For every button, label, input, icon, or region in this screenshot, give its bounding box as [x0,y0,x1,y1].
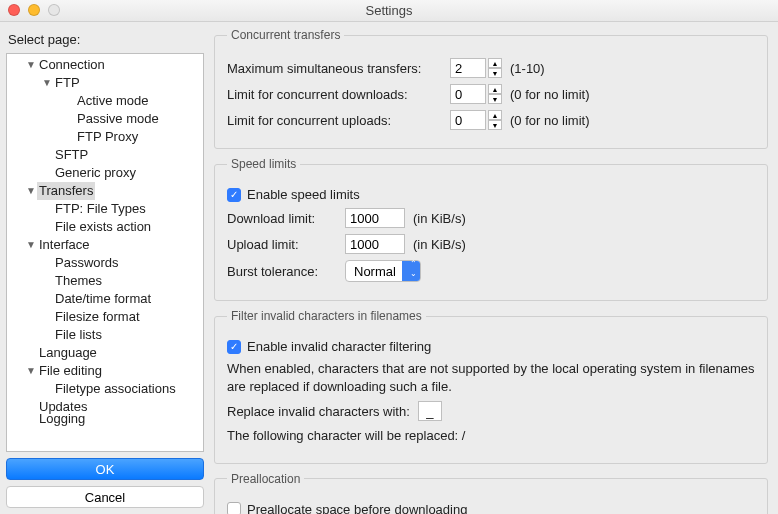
preallocate-checkbox[interactable]: Preallocate space before downloading [227,502,467,514]
replace-char-label: Replace invalid characters with: [227,404,410,419]
group-filter-invalid-chars: Filter invalid characters in filenames ✓… [214,309,768,464]
tree-item[interactable]: Language [7,344,203,362]
concurrent-ul-hint: (0 for no limit) [510,113,589,128]
stepper-up-icon[interactable]: ▲ [488,110,502,120]
minimize-icon[interactable] [28,4,40,16]
upload-limit-label: Upload limit: [227,237,337,252]
concurrent-dl-hint: (0 for no limit) [510,87,589,102]
tree-item-label: Transfers [37,182,95,200]
max-transfers-label: Maximum simultaneous transfers: [227,61,442,76]
tree-item-label: Language [37,344,99,362]
window-controls [8,4,60,16]
cancel-button[interactable]: Cancel [6,486,204,508]
tree-item-label: Passwords [53,254,121,272]
legend: Preallocation [227,472,304,486]
enable-speed-limits-checkbox[interactable]: ✓ Enable speed limits [227,187,360,202]
tree-item-label: Generic proxy [53,164,138,182]
concurrent-dl-stepper[interactable]: ▲▼ [450,84,502,104]
page-tree[interactable]: ▼Connection▼FTPActive modePassive modeFT… [6,53,204,452]
legend: Filter invalid characters in filenames [227,309,426,323]
tree-item[interactable]: Generic proxy [7,164,203,182]
tree-item-label: File lists [53,326,104,344]
download-limit-input[interactable] [345,208,405,228]
upload-limit-unit: (in KiB/s) [413,237,466,252]
stepper-down-icon[interactable]: ▼ [488,120,502,130]
tree-item-label: Active mode [75,92,151,110]
tree-item-label: FTP Proxy [75,128,140,146]
tree-item-label: Logging [37,410,87,428]
tree-item[interactable]: ▼FTP [7,74,203,92]
settings-panel: Concurrent transfers Maximum simultaneou… [210,22,778,514]
burst-tolerance-select[interactable]: Normal [345,260,421,282]
tree-item[interactable]: File exists action [7,218,203,236]
tree-item[interactable]: FTP Proxy [7,128,203,146]
tree-item[interactable]: Passive mode [7,110,203,128]
check-icon [227,502,241,514]
tree-item[interactable]: File lists [7,326,203,344]
stepper-up-icon[interactable]: ▲ [488,58,502,68]
sidebar-heading: Select page: [8,32,204,47]
stepper-down-icon[interactable]: ▼ [488,94,502,104]
tree-item-label: Interface [37,236,92,254]
tree-item-label: Passive mode [75,110,161,128]
burst-tolerance-label: Burst tolerance: [227,264,337,279]
tree-item[interactable]: Passwords [7,254,203,272]
max-transfers-stepper[interactable]: ▲▼ [450,58,502,78]
tree-item-label: Connection [37,56,107,74]
window-title: Settings [366,3,413,18]
max-transfers-hint: (1-10) [510,61,545,76]
concurrent-ul-label: Limit for concurrent uploads: [227,113,442,128]
tree-item[interactable]: ▼Transfers [7,182,203,200]
tree-item-label: FTP [53,74,82,92]
tree-item[interactable]: Filesize format [7,308,203,326]
preallocate-label: Preallocate space before downloading [247,502,467,514]
check-icon: ✓ [227,340,241,354]
tree-item[interactable]: Date/time format [7,290,203,308]
titlebar: Settings [0,0,778,22]
replaced-char-note: The following character will be replaced… [227,427,755,445]
tree-item[interactable]: FTP: File Types [7,200,203,218]
upload-limit-input[interactable] [345,234,405,254]
check-icon: ✓ [227,188,241,202]
close-icon[interactable] [8,4,20,16]
tree-item[interactable]: Filetype associations [7,380,203,398]
zoom-icon[interactable] [48,4,60,16]
replace-char-input[interactable] [418,401,442,421]
disclosure-triangle-icon[interactable]: ▼ [25,236,37,254]
enable-filter-label: Enable invalid character filtering [247,339,431,354]
tree-item[interactable]: ▼Connection [7,56,203,74]
tree-item-label: FTP: File Types [53,200,148,218]
tree-item[interactable]: Logging [7,410,203,428]
tree-item-label: Filetype associations [53,380,178,398]
disclosure-triangle-icon[interactable]: ▼ [25,182,37,200]
sidebar: Select page: ▼Connection▼FTPActive modeP… [0,22,210,514]
legend: Concurrent transfers [227,28,344,42]
concurrent-ul-stepper[interactable]: ▲▼ [450,110,502,130]
disclosure-triangle-icon[interactable]: ▼ [25,362,37,380]
tree-item-label: Date/time format [53,290,153,308]
disclosure-triangle-icon[interactable]: ▼ [25,56,37,74]
tree-item-label: SFTP [53,146,90,164]
concurrent-ul-input[interactable] [450,110,486,130]
tree-item[interactable]: Active mode [7,92,203,110]
concurrent-dl-label: Limit for concurrent downloads: [227,87,442,102]
group-concurrent-transfers: Concurrent transfers Maximum simultaneou… [214,28,768,149]
tree-item-label: Themes [53,272,104,290]
tree-item-label: Filesize format [53,308,142,326]
group-preallocation: Preallocation Preallocate space before d… [214,472,768,514]
tree-item[interactable]: ▼Interface [7,236,203,254]
tree-item[interactable]: SFTP [7,146,203,164]
download-limit-unit: (in KiB/s) [413,211,466,226]
enable-filter-checkbox[interactable]: ✓ Enable invalid character filtering [227,339,431,354]
download-limit-label: Download limit: [227,211,337,226]
tree-item[interactable]: Themes [7,272,203,290]
stepper-up-icon[interactable]: ▲ [488,84,502,94]
tree-item-label: File editing [37,362,104,380]
max-transfers-input[interactable] [450,58,486,78]
concurrent-dl-input[interactable] [450,84,486,104]
legend: Speed limits [227,157,300,171]
tree-item[interactable]: ▼File editing [7,362,203,380]
stepper-down-icon[interactable]: ▼ [488,68,502,78]
ok-button[interactable]: OK [6,458,204,480]
disclosure-triangle-icon[interactable]: ▼ [41,74,53,92]
